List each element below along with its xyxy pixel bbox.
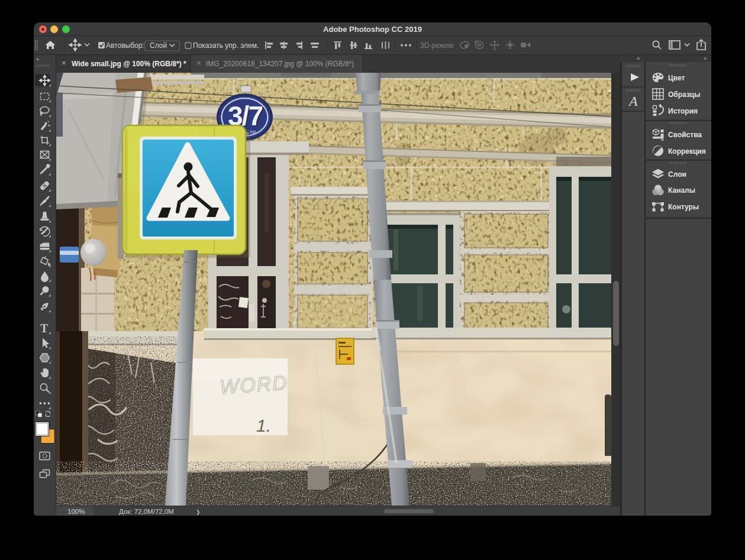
svg-text:Каналы: Каналы	[668, 186, 695, 195]
svg-text:1.: 1.	[256, 416, 271, 435]
svg-text:»: »	[36, 56, 39, 62]
svg-text:A: A	[628, 93, 638, 109]
svg-text:Слои: Слои	[668, 170, 686, 179]
svg-text:T: T	[40, 322, 49, 335]
svg-text:Образцы: Образцы	[668, 90, 701, 99]
svg-text:WORD: WORD	[219, 371, 289, 398]
svg-text:Свойства: Свойства	[668, 131, 702, 139]
svg-text:Цвет: Цвет	[668, 74, 685, 82]
svg-text:Коррекция: Коррекция	[668, 147, 706, 156]
svg-text:Контуры: Контуры	[668, 203, 699, 211]
svg-text:История: История	[668, 107, 698, 115]
